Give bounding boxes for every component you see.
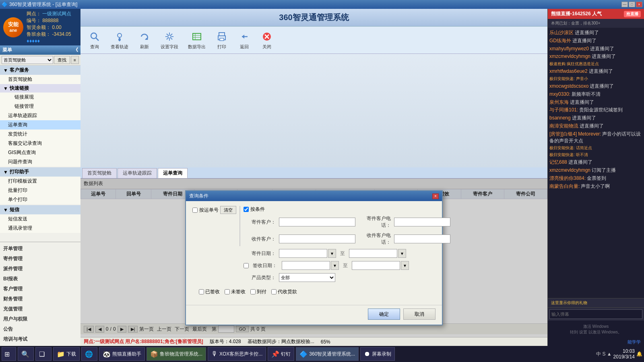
sender-phone-input[interactable] [394, 218, 450, 226]
nav-recharge[interactable]: 充值管理 [0, 304, 80, 314]
signed-checkbox[interactable] [199, 289, 204, 294]
nav-item-template[interactable]: 打印模板设置 [0, 177, 80, 186]
dingding-label: 钉钉 [281, 351, 291, 358]
send-date-from-btn[interactable]: ▼ [328, 249, 336, 258]
sign-date-to-btn[interactable]: ▼ [401, 261, 409, 270]
nav-section-customer-header[interactable]: ▼客户服务 [0, 66, 80, 75]
nav-dispatch-mgmt[interactable]: 派件管理 [0, 264, 80, 274]
nav-item-waybill-track[interactable]: 运单轨迹跟踪 [0, 111, 80, 120]
nav-user-perm[interactable]: 用户与权限 [0, 314, 80, 324]
nav-item-single-print[interactable]: 单个打印 [0, 195, 80, 204]
clear-btn[interactable]: 清空 [220, 206, 236, 214]
nav-item-waybill-query[interactable]: 运单查询 [0, 120, 80, 130]
task-view-btn[interactable]: ❑ [35, 347, 52, 361]
maximize-btn[interactable]: □ [629, 2, 635, 7]
panda-btn[interactable]: 🐼 熊猫直播助手 [99, 347, 145, 361]
chat-msg-10: 南漳安能物流 进直播间了 [549, 123, 642, 130]
start-btn[interactable]: ⊞ [2, 347, 16, 361]
xox-btn[interactable]: 🎙 XOX客所思声卡控... [208, 347, 266, 361]
nav-section-customer: ▼客户服务 首页驾驶舱 ▼快速链接 链接展现 链接管理 运单轨迹跟踪 运单查询 [0, 66, 80, 167]
toolbar-back-btn[interactable]: 返回 [233, 28, 255, 52]
send-date-to-input[interactable]: 2019年 3月14日 [349, 249, 397, 258]
toolbar-export-btn[interactable]: 数据导出 [184, 28, 210, 52]
toolbar-close-btn[interactable]: 关闭 [256, 28, 278, 52]
nav-bi[interactable]: BI报表 [0, 274, 80, 284]
receiver-label: 收件客户： [244, 236, 276, 243]
sync-progress: 65% [321, 339, 330, 345]
nav-section-sms-header[interactable]: ▼短信 [0, 205, 80, 214]
toolbar-print-btn[interactable]: 打印 [211, 28, 233, 52]
menu-collapse[interactable]: 《 [73, 47, 78, 53]
minimize-btn[interactable]: — [621, 2, 628, 7]
nav-section-print-header[interactable]: ▼打印助手 [0, 167, 80, 177]
nav-item-sms-send[interactable]: 短信发送 [0, 214, 80, 224]
sender-input[interactable] [279, 218, 355, 226]
sign-date-from-input[interactable]: 2019年 3月14日 [282, 261, 330, 270]
waybill-list[interactable] [239, 206, 240, 246]
360mgr-btn[interactable]: 🔷 360智灵通管理系统... [296, 347, 359, 361]
stream-input[interactable] [549, 309, 642, 319]
toolbar-settings-btn[interactable]: 设置字段 [156, 28, 183, 52]
menu-list-btn[interactable]: ≡ [71, 56, 79, 64]
learn-link[interactable]: 能学学 [548, 338, 644, 346]
cod-checkbox[interactable] [271, 289, 277, 294]
unsigned-checkbox[interactable] [225, 289, 230, 294]
sign-date-to-input[interactable]: 2019年 3月14日 [352, 261, 400, 270]
dialog-ok-btn[interactable]: 确定 [368, 309, 400, 320]
tab-dashboard[interactable]: 首页驾驶舱 [82, 168, 117, 178]
nav-item-link-display[interactable]: 链接展现 [6, 93, 80, 102]
nav-item-contact[interactable]: 通讯录管理 [0, 224, 80, 233]
nav-customer-mgmt[interactable]: 客户管理 [0, 284, 80, 294]
stream-badge[interactable]: 抢直播 [624, 11, 641, 17]
stream-chat[interactable]: 乐山沙滚区 进直播间了 GD练海外 进直播间了 xmahyuflymywez0 … [548, 28, 644, 298]
stream-panel: 熊猫直播-1642526 人气 抢直播 本周已划：金票，排名300+ 乐山沙滚区… [547, 9, 644, 346]
nav-item-dashboard[interactable]: 首页驾驶舱 [0, 75, 80, 84]
toolbar-track-btn[interactable]: 查看轨迹 [106, 28, 133, 52]
nav-training[interactable]: 培训与考试 [0, 334, 80, 344]
product-select[interactable]: 全部 标准 快件 [279, 273, 335, 282]
sign-date-checkbox[interactable] [244, 263, 249, 268]
nav-send-mgmt[interactable]: 寄件管理 [0, 254, 80, 264]
nav-item-delivery-stats[interactable]: 发货统计 [0, 130, 80, 139]
dialog-close-btn[interactable]: × [432, 193, 439, 199]
toolbar-query-btn[interactable]: 查询 [84, 28, 105, 52]
nav-item-customer-records[interactable]: 客服交记录查询 [0, 139, 80, 148]
nav-item-problem[interactable]: 问题件查询 [0, 157, 80, 167]
nav-open-mgmt[interactable]: 开单管理 [0, 244, 80, 254]
taskbar: ⊞ 🔍 ❑ 📁 下载 🌐 🐼 熊猫直播助手 📦 鲁班物流管理系统... 🎙 XO… [0, 346, 644, 362]
code-info: 编号： 888888 [27, 17, 71, 24]
close-btn[interactable]: × [636, 2, 642, 7]
toolbar-refresh-btn[interactable]: 刷新 [134, 28, 155, 52]
notification-btn[interactable]: 🔔 [636, 351, 642, 357]
waybill-checkbox[interactable] [192, 208, 198, 213]
nav-quick-links[interactable]: ▼快速链接 [0, 84, 80, 93]
nav-finance[interactable]: 财务管理 [0, 294, 80, 304]
nav-item-batch-print[interactable]: 批量打印 [0, 186, 80, 195]
conditions-checkbox[interactable] [244, 207, 249, 212]
menu-search-btn[interactable]: 查找 [54, 56, 70, 64]
nav-item-gis[interactable]: GIS网点查询 [0, 148, 80, 157]
arrived-checkbox[interactable] [250, 289, 256, 294]
sign-date-to-picker: 2019年 3月14日 ▼ [352, 261, 409, 270]
send-date-to-btn[interactable]: ▼ [398, 249, 406, 258]
luban-btn[interactable]: 📦 鲁班物流管理系统... [147, 347, 206, 361]
screen-rec-btn[interactable]: ⏺ 屏幕录制 [360, 347, 395, 361]
edge-btn[interactable]: 🌐 [81, 347, 97, 361]
search-taskbar-btn[interactable]: 🔍 [18, 347, 34, 361]
file-mgr-btn[interactable]: 📁 下载 [53, 347, 80, 361]
dingding-btn[interactable]: 📌 钉钉 [268, 347, 294, 361]
chat-msg-8: 与子同播101: 贵阳金源世纪城签到 [549, 107, 642, 113]
receiver-input[interactable] [279, 234, 355, 243]
send-date-from-input[interactable]: 2019年 3月 8日 [279, 249, 327, 258]
tab-waybill[interactable]: 运单查询 [158, 168, 188, 178]
send-date-row: 寄件日期： 2019年 3月 8日 ▼ 至 2019年 3月14日 ▼ [244, 249, 450, 258]
track-icon [113, 30, 126, 43]
tab-track[interactable]: 运单轨迹跟踪 [118, 168, 157, 178]
sign-date-from-btn[interactable]: ▼ [331, 261, 339, 270]
dialog-cancel-btn[interactable]: 取消 [403, 309, 436, 320]
menu-search-select[interactable]: 首页驾驶舱 [2, 56, 53, 64]
nav-announcement[interactable]: 公告 [0, 324, 80, 334]
file-mgr-label: 下载 [66, 351, 76, 358]
receiver-phone-input[interactable] [394, 234, 450, 243]
nav-item-link-mgmt[interactable]: 链接管理 [6, 102, 80, 111]
